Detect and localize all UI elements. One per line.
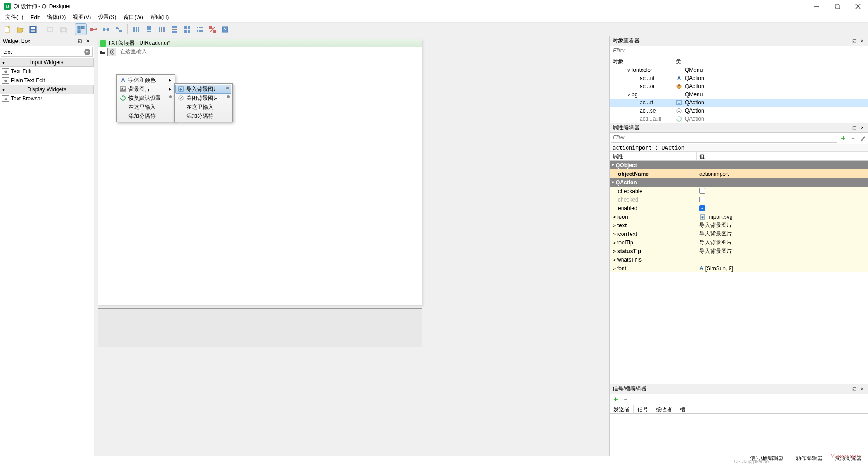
property-group[interactable]: ▾QObject [610, 161, 868, 169]
dock-close-button[interactable]: ✕ [859, 386, 865, 392]
signal-column[interactable]: 发送者 [610, 405, 634, 413]
object-row[interactable]: vfontcolorQMenu [610, 66, 868, 74]
menubar-placeholder[interactable]: 在这里输入 [116, 48, 151, 56]
dock-close-button[interactable]: ✕ [859, 125, 865, 131]
checkbox[interactable]: ✓ [699, 205, 705, 211]
remove-property-button[interactable]: − [849, 134, 857, 142]
object-row[interactable]: ac...seQAction [610, 107, 868, 115]
form-window[interactable]: TXT阅读器 - UIReader.ui* 在这里输入 A字体和颜色▶背景图片▶… [98, 39, 422, 305]
signal-column[interactable]: 信号 [634, 405, 652, 413]
widget-box-title: Widget Box ◱ ✕ [0, 36, 94, 46]
edit-tab-button[interactable] [113, 23, 125, 35]
property-row[interactable]: >iconText导入背景图片 [610, 230, 868, 238]
layout-grid-button[interactable] [181, 23, 193, 35]
property-row[interactable]: >statusTip导入背景图片 [610, 247, 868, 255]
bottom-tab[interactable]: 动作编辑器 [794, 454, 825, 463]
menu-item[interactable]: 背景图片▶ [118, 85, 174, 94]
object-row[interactable]: vbgQMenu [610, 90, 868, 99]
widget-category[interactable]: ▾Input Widgets [0, 58, 94, 67]
menu-item[interactable]: 恢复默认设置 [118, 94, 174, 103]
layout-hsplit-button[interactable] [156, 23, 168, 35]
edit-buddies-button[interactable] [100, 23, 112, 35]
object-row[interactable]: ac...rtQAction [610, 99, 868, 107]
form-menubar[interactable]: 在这里输入 [98, 47, 422, 56]
layout-h-button[interactable] [131, 23, 142, 35]
maximize-button[interactable] [831, 2, 844, 11]
property-row[interactable]: >whatsThis [610, 255, 868, 264]
filter-clear-button[interactable]: ✕ [84, 49, 90, 55]
adjust-size-button[interactable] [219, 23, 231, 35]
remove-signal-button[interactable]: − [622, 395, 630, 404]
form-body[interactable]: A字体和颜色▶背景图片▶恢复默认设置在这里输入添加分隔符 导入背景图片关闭背景图… [98, 56, 422, 305]
menu-item[interactable]: 帮助(H) [147, 13, 173, 22]
widget-item[interactable]: AIPlain Text Edit [0, 76, 94, 85]
menu-item[interactable]: 添加分隔符 [118, 112, 174, 121]
property-editor: 属性编辑器 ◱ ✕ + − actionimport : QAction 属性 … [610, 123, 868, 384]
save-button[interactable] [27, 23, 39, 35]
widget-category[interactable]: ▾Display Widgets [0, 85, 94, 94]
object-row[interactable]: acti...aultQAction [610, 115, 868, 123]
property-row[interactable]: >fontA[SimSun, 9] [610, 264, 868, 272]
property-row[interactable]: checked [610, 195, 868, 204]
object-row[interactable]: ac...orQAction [610, 82, 868, 90]
layout-form-button[interactable] [194, 23, 206, 35]
property-row[interactable]: enabled✓ [610, 204, 868, 212]
widget-item[interactable]: AIText Edit [0, 67, 94, 76]
menu-item[interactable]: 窗体(O) [43, 13, 69, 22]
property-row[interactable]: >toolTip导入背景图片 [610, 238, 868, 247]
widget-filter-input[interactable] [3, 49, 84, 55]
menu-item[interactable]: 文件(F) [2, 13, 27, 22]
menu-item[interactable]: 在这里输入 [175, 103, 231, 112]
minimize-button[interactable] [810, 2, 823, 11]
property-group[interactable]: ▾QAction [610, 178, 868, 187]
property-row[interactable]: checkable [610, 187, 868, 195]
object-tree[interactable]: vfontcolorQMenuac...ntAQActionac...orQAc… [610, 66, 868, 123]
property-row[interactable]: >iconimport.svg [610, 212, 868, 221]
menu-item[interactable]: 关闭背景图片 [175, 94, 231, 103]
layout-vsplit-button[interactable] [169, 23, 180, 35]
menu-item[interactable]: 添加分隔符 [175, 112, 231, 121]
menu-item[interactable]: 设置(S) [94, 13, 120, 22]
folder-icon[interactable] [98, 48, 107, 56]
dock-float-button[interactable]: ◱ [76, 38, 83, 44]
break-layout-button[interactable] [207, 23, 218, 35]
dock-float-button[interactable]: ◱ [851, 38, 857, 44]
new-button[interactable] [2, 23, 14, 35]
add-signal-button[interactable]: + [612, 395, 620, 404]
property-filter-input[interactable] [613, 134, 835, 141]
edit-widgets-button[interactable] [75, 23, 87, 35]
property-row[interactable]: >text导入背景图片 [610, 221, 868, 230]
add-property-button[interactable]: + [839, 134, 847, 142]
dock-close-button[interactable]: ✕ [85, 38, 91, 44]
object-row[interactable]: ac...ntAQAction [610, 74, 868, 82]
property-table[interactable]: ▾QObjectobjectNameactionimport▾QActionch… [610, 161, 868, 384]
object-filter[interactable] [611, 47, 867, 56]
menu-item[interactable]: 视图(V) [69, 13, 94, 22]
widget-item[interactable]: AIText Browser [0, 94, 94, 103]
config-property-button[interactable] [859, 134, 867, 142]
menu-icon [177, 94, 184, 102]
dock-float-button[interactable]: ◱ [851, 125, 857, 131]
object-filter-input[interactable] [613, 47, 865, 54]
edit-signals-button[interactable] [88, 23, 99, 35]
checkbox[interactable] [699, 197, 705, 202]
menu-item[interactable]: 窗口(W) [120, 13, 146, 22]
menu-item[interactable]: 在这里输入 [118, 103, 174, 112]
property-row[interactable]: objectNameactionimport [610, 169, 868, 178]
widget-filter[interactable]: ✕ [1, 47, 93, 57]
undo-button[interactable] [45, 23, 57, 35]
menu-item[interactable]: A字体和颜色▶ [118, 75, 174, 85]
open-button[interactable] [14, 23, 26, 35]
menu-item[interactable]: 导入背景图片 [175, 85, 231, 94]
dock-close-button[interactable]: ✕ [859, 38, 865, 44]
checkbox[interactable] [699, 188, 705, 194]
menu-item[interactable]: Edit [27, 14, 43, 22]
gear-menu[interactable] [107, 48, 116, 56]
dock-float-button[interactable]: ◱ [851, 386, 857, 392]
close-button[interactable] [852, 2, 864, 11]
redo-button[interactable] [57, 23, 69, 35]
layout-v-button[interactable] [143, 23, 155, 35]
right-panel: 对象查看器 ◱ ✕ 对象 类 vfontcolorQMenuac...ntAQA… [609, 36, 868, 456]
signal-column[interactable]: 接收者 [652, 405, 676, 413]
signal-column[interactable]: 槽 [676, 405, 689, 413]
